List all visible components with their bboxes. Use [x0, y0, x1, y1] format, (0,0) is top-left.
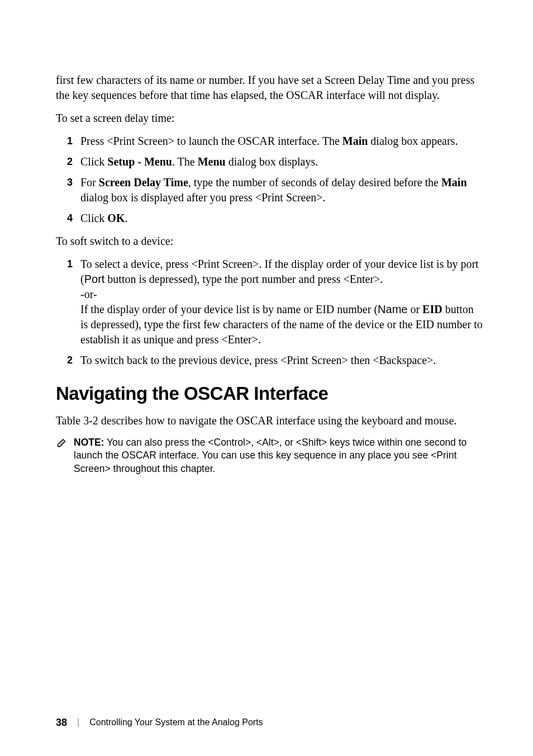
text: .: [125, 212, 127, 224]
step-number: 1: [56, 134, 80, 149]
text: Click: [80, 155, 107, 168]
bold-text: Screen Delay Time: [99, 176, 188, 188]
bold-text: OK: [107, 212, 125, 224]
text: , type the number of seconds of delay de…: [188, 176, 441, 188]
bold-text: Menu: [198, 155, 226, 168]
step-body: For Screen Delay Time, type the number o…: [80, 175, 483, 205]
text: dialog box appears.: [368, 135, 458, 147]
steps-set-delay: 1 Press <Print Screen> to launch the OSC…: [56, 134, 483, 226]
text: Press <Print Screen> to launch the OSCAR…: [80, 135, 342, 147]
step-body: To switch back to the previous device, p…: [80, 353, 483, 368]
intro-paragraph: first few characters of its name or numb…: [56, 73, 483, 103]
soft-switch-intro: To soft switch to a device:: [56, 234, 483, 249]
page-footer: 38 | Controlling Your System at the Anal…: [56, 716, 263, 729]
bold-text: EID: [422, 303, 442, 315]
list-item: 3 For Screen Delay Time, type the number…: [56, 175, 483, 205]
step-number: 4: [56, 211, 80, 226]
step-number: 2: [56, 154, 80, 169]
bold-text: Setup - Menu: [107, 155, 172, 168]
text: For: [80, 176, 99, 188]
step-body: Click OK.: [80, 211, 483, 226]
bold-text: Main: [441, 176, 467, 188]
or-text: -or-: [80, 288, 97, 300]
list-item: 1 To select a device, press <Print Scree…: [56, 257, 483, 347]
heading-paragraph: Table 3-2 describes how to navigate the …: [56, 413, 483, 428]
sans-text: Port: [84, 273, 105, 285]
note-icon: [56, 437, 68, 450]
footer-separator: |: [77, 716, 79, 729]
sans-text: Name: [378, 303, 407, 315]
steps-soft-switch: 1 To select a device, press <Print Scree…: [56, 257, 483, 368]
list-item: 1 Press <Print Screen> to launch the OSC…: [56, 134, 483, 149]
note-text: NOTE: You can also press the <Control>, …: [74, 436, 483, 476]
text: dialog box displays.: [226, 155, 318, 168]
bold-text: Main: [342, 135, 368, 147]
note-body: You can also press the <Control>, <Alt>,…: [74, 437, 467, 474]
page-number: 38: [56, 716, 67, 729]
step-body: To select a device, press <Print Screen>…: [80, 257, 483, 347]
step-number: 2: [56, 353, 80, 368]
list-item: 4 Click OK.: [56, 211, 483, 226]
text: . The: [172, 155, 198, 168]
text: If the display order of your device list…: [80, 303, 378, 315]
text: button is depressed), type the port numb…: [104, 273, 383, 285]
step-number: 1: [56, 257, 80, 347]
text: To switch back to the previous device, p…: [80, 354, 436, 366]
list-item: 2 Click Setup - Menu. The Menu dialog bo…: [56, 154, 483, 169]
step-body: Press <Print Screen> to launch the OSCAR…: [80, 134, 483, 149]
set-delay-intro: To set a screen delay time:: [56, 111, 483, 126]
section-heading: Navigating the OSCAR Interface: [56, 381, 483, 407]
step-number: 3: [56, 175, 80, 205]
text: dialog box is displayed after you press …: [80, 191, 326, 204]
footer-title: Controlling Your System at the Analog Po…: [89, 716, 263, 729]
list-item: 2 To switch back to the previous device,…: [56, 353, 483, 368]
note-label: NOTE:: [74, 437, 104, 448]
text: Click: [80, 212, 107, 224]
text: or: [407, 303, 422, 315]
note-block: NOTE: You can also press the <Control>, …: [56, 436, 483, 476]
step-body: Click Setup - Menu. The Menu dialog box …: [80, 154, 483, 169]
